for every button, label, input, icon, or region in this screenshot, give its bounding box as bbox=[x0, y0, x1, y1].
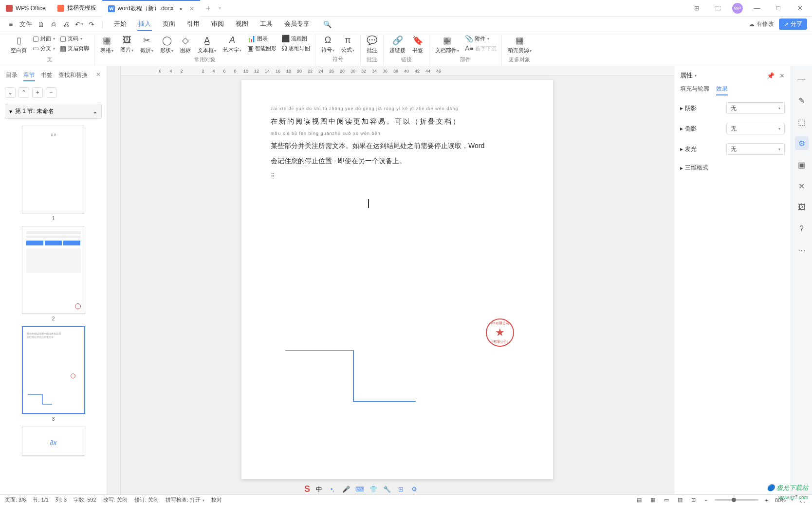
status-words[interactable]: 字数: 592 bbox=[74, 496, 96, 504]
status-revision[interactable]: 修订: 关闭 bbox=[134, 496, 159, 504]
tools-icon[interactable]: ✕ bbox=[795, 179, 809, 193]
nav-tab-toc[interactable]: 目录 bbox=[6, 71, 18, 81]
view-print-icon[interactable]: ▦ bbox=[648, 497, 657, 503]
zoom-in-button[interactable]: + bbox=[763, 497, 770, 503]
docparts-button[interactable]: ▦文档部件▾ bbox=[433, 34, 461, 55]
blank-page-button[interactable]: ▯空白页 bbox=[9, 34, 29, 55]
tab-effect[interactable]: 效果 bbox=[716, 85, 728, 95]
zoom-slider[interactable] bbox=[715, 499, 758, 501]
prop-3d[interactable]: ▸ 三维格式 bbox=[680, 164, 708, 172]
icon-button[interactable]: ◇图标 bbox=[178, 34, 193, 55]
symbol-button[interactable]: Ω符号▾ bbox=[319, 34, 336, 55]
step-line-shape[interactable] bbox=[285, 350, 417, 404]
page-break-button[interactable]: ▭分页▾ bbox=[32, 44, 56, 53]
ime-punct-icon[interactable]: •, bbox=[328, 485, 337, 494]
thumbnail-page-1[interactable]: 目录 bbox=[22, 126, 85, 213]
status-proof[interactable]: 校对 bbox=[211, 496, 222, 504]
layout-icon[interactable]: ⊞ bbox=[689, 1, 704, 16]
ime-tool-icon[interactable]: 🔧 bbox=[382, 485, 392, 494]
document-tab[interactable]: Wword教程（新）.docx●✕ bbox=[102, 0, 200, 17]
pin-icon[interactable]: 📌 bbox=[767, 72, 775, 79]
flowchart-button[interactable]: ⬛流程图 bbox=[280, 34, 311, 43]
template-tab[interactable]: 找稻壳模板 bbox=[52, 0, 102, 17]
zoom-out-button[interactable]: − bbox=[702, 497, 709, 503]
section-selector[interactable]: ▾第 1 节: 未命名⌄ bbox=[5, 104, 102, 119]
redo-icon[interactable]: ↷ bbox=[86, 19, 97, 30]
ime-keyboard-icon[interactable]: ⌨ bbox=[355, 485, 365, 494]
hyperlink-button[interactable]: 🔗超链接 bbox=[388, 34, 407, 55]
user-avatar[interactable]: WP bbox=[732, 3, 743, 14]
view-outline-icon[interactable]: ▥ bbox=[676, 497, 684, 503]
prop-bevel[interactable]: ▸ 倒影 bbox=[680, 125, 697, 133]
textbox-button[interactable]: A̲文本框▾ bbox=[196, 34, 218, 55]
nav-down-button[interactable]: ⌄ bbox=[5, 87, 16, 98]
tab-menu-icon[interactable]: ▾ bbox=[219, 5, 221, 11]
view-web-icon[interactable]: ▭ bbox=[662, 497, 671, 503]
image-icon[interactable]: 🖼 bbox=[795, 201, 809, 214]
thumbnail-page-4[interactable]: ∂x bbox=[22, 427, 85, 456]
bookmark-button[interactable]: 🔖书签 bbox=[410, 34, 425, 55]
menu-insert[interactable]: 插入 bbox=[137, 18, 152, 31]
ime-grid-icon[interactable]: ⊞ bbox=[396, 485, 406, 494]
status-section[interactable]: 节: 1/1 bbox=[33, 496, 48, 504]
horizontal-ruler[interactable]: 6422468101214161820222426283032343638404… bbox=[121, 66, 674, 76]
minimize-button[interactable]: — bbox=[750, 1, 764, 16]
more-icon[interactable]: ⋯ bbox=[795, 243, 809, 257]
glow-select[interactable]: 无▾ bbox=[726, 143, 785, 155]
select-icon[interactable]: ⬚ bbox=[795, 115, 809, 129]
mindmap-button[interactable]: ☊思维导图 bbox=[280, 44, 311, 53]
stamp-seal[interactable]: ★XX有限公司（有限公司） bbox=[486, 318, 514, 347]
nav-close-icon[interactable]: ✕ bbox=[96, 71, 101, 81]
undo-icon[interactable]: ↶▾ bbox=[73, 19, 85, 30]
status-column[interactable]: 列: 3 bbox=[55, 496, 67, 504]
tab-fill-outline[interactable]: 填充与轮廓 bbox=[680, 85, 709, 95]
drag-handle-icon[interactable]: ⠿ bbox=[271, 172, 275, 179]
add-tab-button[interactable]: + bbox=[200, 4, 217, 13]
view-mode-icon[interactable]: ▤ bbox=[635, 497, 644, 503]
app-tab[interactable]: WPS Office bbox=[0, 0, 52, 17]
menu-icon[interactable]: ≡ bbox=[5, 19, 17, 30]
table-button[interactable]: ▦表格▾ bbox=[98, 34, 115, 55]
menu-review[interactable]: 审阅 bbox=[210, 18, 225, 31]
menu-view[interactable]: 视图 bbox=[235, 18, 249, 31]
picture-button[interactable]: 🖼图片▾ bbox=[118, 34, 135, 55]
share-button[interactable]: ↗分享 bbox=[779, 19, 807, 30]
bevel-select[interactable]: 无▾ bbox=[726, 123, 785, 134]
shapes-button[interactable]: ◯形状▾ bbox=[158, 34, 175, 55]
close-window-button[interactable]: ✕ bbox=[793, 1, 807, 16]
thumbnail-page-3[interactable]: 在新的阅读视图中阅读更加容易某些部分并关注所需文本 bbox=[22, 326, 85, 414]
menu-start[interactable]: 开始 bbox=[113, 18, 128, 31]
document-page[interactable]: zài xīn de yuè dú shì tú zhōng yuè dú gè… bbox=[241, 80, 553, 479]
document-canvas[interactable]: 6422468101214161820222426283032343638404… bbox=[121, 66, 674, 494]
status-overwrite[interactable]: 改写: 关闭 bbox=[103, 496, 128, 504]
page-number-button[interactable]: ▢页码▾ bbox=[59, 34, 90, 43]
menu-member[interactable]: 会员专享 bbox=[283, 18, 311, 31]
smartart-button[interactable]: ▣智能图形 bbox=[246, 44, 277, 53]
maximize-button[interactable]: □ bbox=[771, 1, 786, 16]
nav-up-button[interactable]: ⌃ bbox=[18, 87, 29, 98]
ime-skin-icon[interactable]: 👕 bbox=[369, 485, 378, 494]
search-icon[interactable]: 🔍 bbox=[321, 19, 333, 30]
nav-tab-bookmarks[interactable]: 书签 bbox=[41, 71, 53, 81]
nav-tab-find[interactable]: 查找和替换 bbox=[58, 71, 88, 81]
ime-gear-icon[interactable]: ⚙ bbox=[409, 485, 419, 494]
nav-add-button[interactable]: + bbox=[32, 87, 43, 98]
attachment-button[interactable]: 📎附件▾ bbox=[464, 34, 498, 43]
dropcap-button[interactable]: A≡首字下沉 bbox=[464, 44, 498, 53]
equation-button[interactable]: π公式▾ bbox=[339, 34, 356, 55]
thumbnail-page-2[interactable] bbox=[22, 226, 85, 314]
status-spellcheck[interactable]: 拼写检查: 打开 ▾ bbox=[166, 496, 204, 504]
header-footer-button[interactable]: ▤页眉页脚 bbox=[59, 44, 90, 53]
collapse-icon[interactable]: — bbox=[795, 72, 809, 86]
menu-reference[interactable]: 引用 bbox=[186, 18, 201, 31]
shadow-select[interactable]: 无▾ bbox=[726, 102, 785, 114]
layers-icon[interactable]: ▣ bbox=[795, 158, 809, 171]
comment-button[interactable]: 💬批注 bbox=[365, 34, 379, 55]
help-icon[interactable]: ? bbox=[795, 222, 809, 236]
panel-close-icon[interactable]: ✕ bbox=[779, 72, 785, 79]
prop-shadow[interactable]: ▸ 阴影 bbox=[680, 104, 697, 112]
print-preview-icon[interactable]: ⎙ bbox=[48, 19, 59, 30]
menu-tools[interactable]: 工具 bbox=[259, 18, 274, 31]
sogou-icon[interactable]: S bbox=[304, 484, 310, 494]
ime-toolbar[interactable]: S 中 •, 🎤 ⌨ 👕 🔧 ⊞ ⚙ bbox=[304, 484, 419, 494]
